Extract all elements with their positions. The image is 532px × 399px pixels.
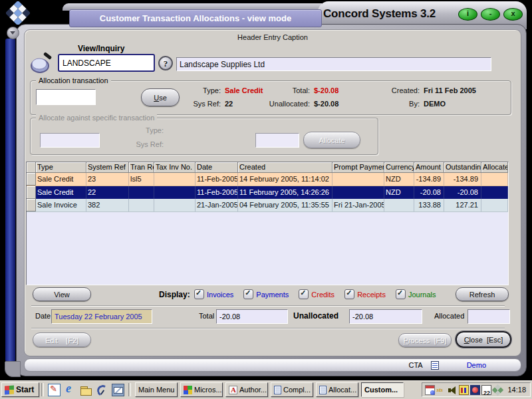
refresh-button[interactable]: Refresh (456, 287, 509, 301)
compose-icon[interactable] (48, 384, 61, 396)
taskbar-button-micros[interactable]: Micros... (180, 382, 223, 397)
alert-icon[interactable] (470, 385, 480, 395)
cell-created: 11 February 2005, 14:26:26 (238, 186, 332, 199)
desktop: Concord Systems 3.2 i - x Header Entry C… (0, 0, 532, 399)
cell-outstanding: 127.21 (444, 199, 481, 211)
taskbar: Start Main MenuMicros...Author...Compl..… (0, 380, 532, 399)
start-button[interactable]: Start (1, 382, 39, 397)
by-value: DEMO (424, 100, 446, 108)
filter-payments: Payments (243, 289, 289, 299)
column-header-created[interactable]: Created (238, 162, 332, 173)
column-header-prompt-payment[interactable]: Prompt Payment (332, 162, 384, 173)
view-button[interactable]: View (33, 287, 91, 301)
column-header-tax-inv-no[interactable]: Tax Inv No. (154, 162, 196, 173)
window-menu-button[interactable] (7, 27, 19, 39)
app-logo-icon (6, 1, 30, 25)
specific-code-input (40, 133, 100, 148)
netmeeting-icon[interactable] (96, 384, 108, 396)
column-header-system-ref[interactable]: System Ref (86, 162, 129, 173)
allocated-field (467, 309, 510, 324)
sys-ref-value: 22 (225, 100, 233, 108)
total-field (216, 309, 288, 324)
table-row[interactable]: Sale Credit23lsl511-Feb-200514 February … (27, 173, 508, 186)
column-header-tran-ref[interactable]: Tran Ref (129, 162, 154, 173)
folder-icon[interactable] (80, 384, 92, 396)
checkbox-receipts[interactable] (344, 289, 354, 299)
filter-invoices: Invoices (194, 289, 233, 299)
column-header-currency[interactable]: Currency (384, 162, 414, 173)
edit-button: Edit [F2] (33, 332, 91, 347)
taskbar-clock: 14:18 (507, 386, 526, 394)
taskbar-button-allocat[interactable]: Allocat... (316, 382, 358, 397)
scheduler-icon[interactable] (425, 385, 435, 395)
allocate-specific-label: Allocate against specific transaction (36, 114, 157, 122)
display-filters: InvoicesPaymentsCreditsReceiptsJournals (194, 289, 436, 299)
row-selector[interactable] (27, 186, 36, 199)
minimize-button[interactable]: - (481, 8, 500, 21)
close-window-button[interactable]: x (503, 8, 523, 21)
customer-code-input[interactable] (58, 54, 155, 72)
column-header-type[interactable]: Type (36, 162, 86, 173)
column-header-outstanding[interactable]: Outstanding (444, 162, 481, 173)
total-label: Total: (243, 86, 310, 94)
column-header-allocate[interactable]: Allocate (481, 162, 508, 173)
author-icon (229, 386, 237, 394)
table-row[interactable]: Sale Credit2211-Feb-200511 February 2005… (27, 186, 508, 199)
row-selector-header[interactable] (27, 162, 36, 173)
pattern-icon[interactable] (492, 384, 503, 395)
cell-outstanding: -20.08 (444, 186, 481, 199)
help-button[interactable]: ? (158, 56, 173, 70)
row-selector[interactable] (27, 173, 36, 186)
status-bar: CTA Demo (24, 358, 521, 372)
column-header-date[interactable]: Date (196, 162, 238, 173)
close-button[interactable]: Close [Esc] (456, 331, 511, 348)
checkbox-invoices[interactable] (194, 289, 204, 299)
specific-type-label: Type: (97, 126, 164, 134)
taskbar-button-compl[interactable]: Compl... (271, 382, 313, 397)
window-title: Customer Transaction Allocations - view … (69, 9, 322, 27)
volume-icon[interactable] (448, 385, 458, 395)
cell-date: 11-Feb-2005 (196, 173, 238, 186)
process-button: Process [F9] (398, 333, 452, 347)
checkbox-credits[interactable] (299, 289, 309, 299)
allocation-transaction-label: Allocation transaction (36, 76, 111, 84)
taskbar-button-custom[interactable]: Custom... (361, 382, 404, 397)
taskbar-button-author[interactable]: Author... (225, 382, 268, 397)
calendar-22-icon[interactable] (481, 385, 491, 395)
checkbox-payments[interactable] (243, 289, 253, 299)
total-field-label: Total (199, 312, 214, 320)
outlook-icon[interactable] (112, 384, 124, 396)
cell-currency (384, 199, 414, 211)
cell-tran-ref (129, 186, 154, 199)
unallocated-field (349, 309, 422, 324)
cell-prompt-payment: Fri 21-Jan-2005 (332, 199, 384, 211)
status-code: CTA (408, 361, 422, 369)
info-button[interactable]: i (458, 8, 477, 21)
system-tray: 14:18 (422, 382, 531, 397)
column-header-amount[interactable]: Amount (414, 162, 444, 173)
taskbar-button-main-menu[interactable]: Main Menu (135, 382, 178, 397)
quick-launch-bar (46, 384, 126, 396)
allocation-code-input[interactable] (36, 89, 96, 105)
start-button-label: Start (16, 385, 34, 394)
table-row[interactable]: Sale Invoice38221-Jan-200504 February 20… (27, 199, 508, 212)
row-selector[interactable] (27, 199, 36, 211)
customer-name-field (176, 57, 491, 71)
cell-tax-inv-no (154, 173, 196, 186)
sts-icon[interactable] (436, 385, 446, 395)
brand-title: Concord Systems 3.2 (323, 7, 436, 21)
cell-tran-ref (129, 199, 154, 211)
checkbox-journals[interactable] (396, 289, 406, 299)
table-header: TypeSystem RefTran RefTax Inv No.DateCre… (27, 162, 508, 173)
internet-explorer-icon[interactable] (64, 384, 76, 396)
by-label: By: (343, 100, 420, 108)
cell-allocate (481, 173, 508, 186)
sys-ref-label: Sys Ref: (164, 100, 221, 108)
filter-credits: Credits (299, 289, 334, 299)
cell-created: 14 February 2005, 11:14:02 (238, 173, 332, 186)
chart-icon[interactable] (459, 385, 469, 395)
specific-sys-ref-label: Sys Ref: (97, 140, 164, 148)
cell-date: 11-Feb-2005 (196, 186, 238, 199)
separator-line (31, 305, 505, 307)
cell-system-ref: 23 (86, 173, 129, 186)
